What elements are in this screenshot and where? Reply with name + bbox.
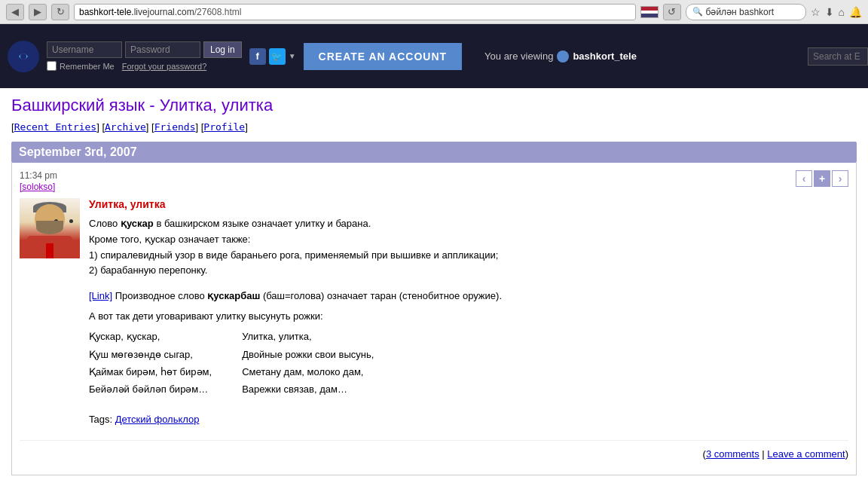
prev-entry-button[interactable]: ‹ (796, 170, 812, 187)
entry-user-link[interactable]: [solokso] (20, 182, 55, 192)
avatar-tie (46, 243, 53, 258)
forgot-password-link[interactable]: Forgot your password? (122, 62, 207, 71)
nav-search-input[interactable] (808, 47, 868, 66)
download-button[interactable]: ⬇ (825, 6, 834, 18)
poem-col-bashkir: Қускар, қускар, Қуш мөгөзөндө сыгар, Қай… (89, 328, 212, 399)
poem-section: А вот так дети уговаривают улитку высуну… (89, 310, 848, 399)
viewing-username: bashkort_tele (573, 50, 637, 62)
entry-link[interactable]: [Link] (89, 290, 112, 301)
username-input[interactable] (47, 41, 122, 58)
poem-columns: Қускар, қускар, Қуш мөгөзөндө сыгар, Қай… (89, 328, 848, 399)
remember-me-label: Remember Me (47, 61, 115, 71)
leave-comment-link[interactable]: Leave a comment (767, 448, 845, 460)
remember-checkbox[interactable] (47, 61, 57, 71)
login-inputs: Log in (47, 41, 242, 58)
date-header: September 3rd, 2007 (11, 142, 857, 163)
svg-point-1 (20, 53, 26, 60)
facebook-icon[interactable]: f (249, 48, 266, 65)
friends-link[interactable]: Friends (154, 121, 196, 133)
reload-button[interactable]: ↻ (51, 4, 69, 20)
search-query: бәйлән bashkort (706, 7, 775, 17)
entry-link-section: [Link] Производное слово қускарбаш (баш=… (89, 290, 848, 301)
browser-search-bar[interactable]: 🔍 бәйлән bashkort (686, 4, 806, 20)
lj-logo-icon (13, 46, 34, 67)
login-form: Log in Remember Me Forgot your password? (47, 41, 242, 71)
comments-count-link[interactable]: 3 comments (706, 448, 760, 460)
entry-content: Улитка, улитка Слово қускар в башкирском… (89, 198, 848, 425)
tags-label: Tags: (89, 414, 112, 425)
lj-logo (8, 41, 39, 72)
entry-meta-left: 11:34 pm [solokso] (20, 170, 57, 192)
entry-avatar (20, 198, 80, 258)
entry-box: 11:34 pm [solokso] ‹ + › (11, 163, 857, 475)
address-bar: ◀ ▶ ↻ bashkort-tele.livejournal.com/2760… (0, 0, 868, 24)
entry-title: Улитка, улитка (89, 198, 848, 210)
avatar-eye-right (69, 219, 73, 223)
entry-body: Улитка, улитка Слово қускар в башкирском… (20, 198, 848, 425)
login-button[interactable]: Log in (203, 41, 242, 58)
nav-search-right (808, 24, 868, 88)
entry-time: 11:34 pm (20, 170, 57, 181)
archive-link[interactable]: Archive (105, 121, 146, 133)
recent-entries-link[interactable]: Recent Entries (14, 121, 97, 133)
create-account-button[interactable]: CREATE AN ACCOUNT (304, 43, 462, 70)
add-entry-button[interactable]: + (814, 170, 830, 187)
navbar: Log in Remember Me Forgot your password?… (0, 24, 868, 88)
alert-button[interactable]: 🔔 (849, 6, 862, 18)
poem-intro: А вот так дети уговаривают улитку высуну… (89, 310, 848, 322)
page-title: Башкирский язык - Улитка, улитка (11, 96, 857, 115)
avatar-image (20, 198, 80, 258)
comments-section: (3 comments | Leave a comment) (20, 440, 848, 467)
nav-arrows: ‹ + › (796, 170, 848, 187)
url-path: /27608.html (194, 7, 242, 17)
forward-button[interactable]: ▶ (29, 4, 47, 20)
avatar-beard (36, 221, 63, 234)
back-button[interactable]: ◀ (6, 4, 24, 20)
twitter-icon[interactable]: 🐦 (269, 48, 286, 65)
page-content: Башкирский язык - Улитка, улитка [Recent… (0, 88, 868, 483)
star-button[interactable]: ☆ (811, 6, 821, 18)
tags-link[interactable]: Детский фольклор (115, 414, 200, 425)
refresh-btn[interactable]: ↺ (663, 4, 681, 20)
entry-link-text: Производное слово қускарбаш (баш=голова)… (115, 290, 502, 301)
home-button[interactable]: ⌂ (839, 6, 845, 18)
url-bar[interactable]: bashkort-tele.livejournal.com/27608.html (74, 4, 636, 20)
profile-link[interactable]: Profile (203, 121, 245, 133)
viewing-user-icon (557, 50, 569, 63)
entry-meta-row: 11:34 pm [solokso] ‹ + › (20, 170, 848, 192)
url-domain2: livejournal.com (134, 7, 194, 17)
social-dropdown-icon[interactable]: ▼ (289, 52, 296, 60)
next-entry-button[interactable]: › (832, 170, 848, 187)
flag-icon (640, 6, 659, 18)
viewing-label: You are viewing bashkort_tele (484, 50, 637, 63)
password-input[interactable] (125, 41, 200, 58)
entry-text: Слово қускар в башкирском языке означает… (89, 216, 848, 279)
tags-section: Tags: Детский фольклор (89, 414, 848, 425)
search-icon: 🔍 (692, 7, 703, 17)
social-icons: f 🐦 ▼ (249, 48, 296, 65)
poem-col-russian: Улитка, улитка, Двойные рожки свои высун… (242, 328, 374, 399)
url-domain: bashkort-tele. (79, 7, 134, 17)
nav-links: [Recent Entries] [Archive] [Friends] [Pr… (11, 121, 857, 133)
